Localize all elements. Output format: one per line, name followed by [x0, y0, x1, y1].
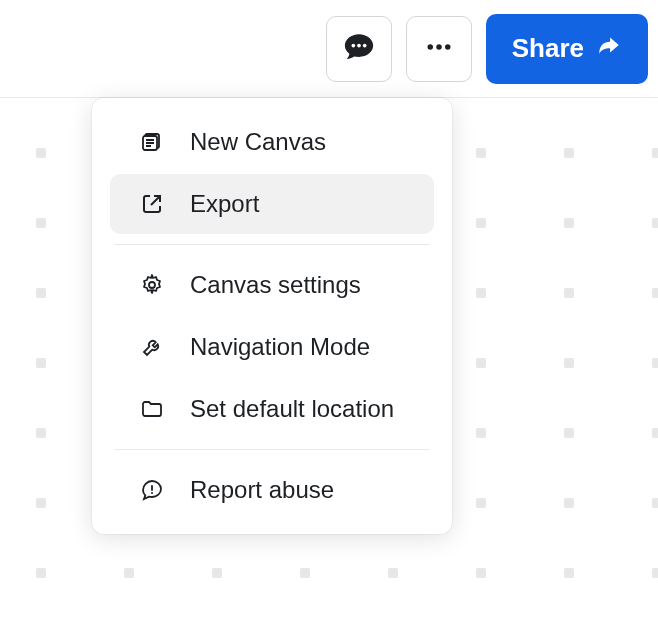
menu-item-export[interactable]: Export: [110, 174, 434, 234]
menu-item-label: Set default location: [190, 395, 394, 423]
grid-dot: [652, 358, 658, 368]
svg-point-1: [357, 43, 361, 47]
menu-item-report-abuse[interactable]: Report abuse: [110, 460, 434, 520]
gear-icon: [138, 271, 166, 299]
grid-dot: [36, 358, 46, 368]
svg-point-9: [151, 492, 153, 494]
grid-dot: [36, 148, 46, 158]
menu-item-label: Navigation Mode: [190, 333, 370, 361]
folder-icon: [138, 395, 166, 423]
menu-separator: [114, 244, 430, 245]
grid-dot: [36, 288, 46, 298]
grid-dot: [36, 498, 46, 508]
grid-dot: [476, 428, 486, 438]
grid-dot: [652, 498, 658, 508]
chat-bubble-icon: [342, 30, 376, 68]
grid-dot: [388, 568, 398, 578]
menu-item-canvas-settings[interactable]: Canvas settings: [110, 255, 434, 315]
menu-item-label: New Canvas: [190, 128, 326, 156]
menu-item-new-canvas[interactable]: New Canvas: [110, 112, 434, 172]
grid-dot: [564, 428, 574, 438]
grid-dot: [564, 288, 574, 298]
menu-separator: [114, 449, 430, 450]
grid-dot: [652, 568, 658, 578]
svg-point-5: [445, 44, 451, 50]
grid-dot: [652, 288, 658, 298]
grid-dot: [564, 498, 574, 508]
menu-item-label: Report abuse: [190, 476, 334, 504]
menu-item-navigation-mode[interactable]: Navigation Mode: [110, 317, 434, 377]
grid-dot: [476, 568, 486, 578]
svg-point-3: [427, 44, 433, 50]
menu-item-label: Export: [190, 190, 259, 218]
grid-dot: [652, 428, 658, 438]
menu-item-set-default-location[interactable]: Set default location: [110, 379, 434, 439]
grid-dot: [36, 568, 46, 578]
grid-dot: [476, 288, 486, 298]
grid-dot: [652, 218, 658, 228]
grid-dot: [564, 358, 574, 368]
svg-point-4: [436, 44, 442, 50]
ellipsis-icon: [424, 32, 454, 66]
grid-dot: [124, 568, 134, 578]
svg-point-2: [363, 43, 367, 47]
dropdown-menu: New Canvas Export Canvas settings Navig: [92, 98, 452, 534]
share-button-label: Share: [512, 33, 584, 64]
svg-point-0: [351, 43, 355, 47]
grid-dot: [36, 218, 46, 228]
grid-dot: [564, 218, 574, 228]
share-arrow-icon: [596, 32, 622, 65]
grid-dot: [212, 568, 222, 578]
new-canvas-icon: [138, 128, 166, 156]
grid-dot: [36, 428, 46, 438]
share-button[interactable]: Share: [486, 14, 648, 84]
grid-dot: [476, 358, 486, 368]
export-icon: [138, 190, 166, 218]
grid-dot: [476, 498, 486, 508]
grid-dot: [476, 218, 486, 228]
svg-point-8: [149, 282, 155, 288]
more-options-button[interactable]: [406, 16, 472, 82]
grid-dot: [476, 148, 486, 158]
report-icon: [138, 476, 166, 504]
grid-dot: [652, 148, 658, 158]
menu-item-label: Canvas settings: [190, 271, 361, 299]
grid-dot: [564, 148, 574, 158]
topbar: Share: [0, 0, 658, 98]
wrench-icon: [138, 333, 166, 361]
comments-button[interactable]: [326, 16, 392, 82]
grid-dot: [300, 568, 310, 578]
grid-dot: [564, 568, 574, 578]
